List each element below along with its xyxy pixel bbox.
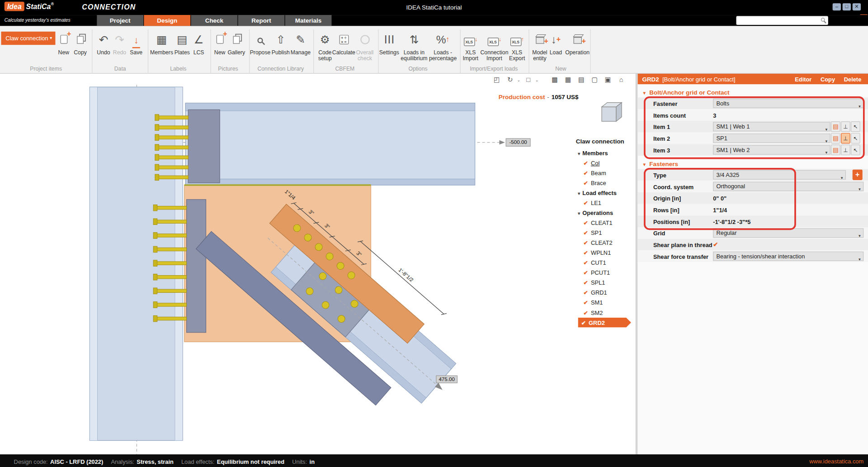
- operation-button[interactable]: Operation: [564, 30, 591, 55]
- tree-item-brace[interactable]: ✔Brace: [566, 178, 634, 188]
- tree-item-grd1[interactable]: ✔GRD1: [566, 288, 634, 298]
- chevron-down-icon[interactable]: ⌄: [535, 78, 538, 82]
- gallery-button[interactable]: Gallery: [223, 30, 250, 55]
- tree-item-spl1[interactable]: ✔SPL1: [566, 277, 634, 287]
- view-copy-button[interactable]: ▣: [603, 76, 613, 85]
- tree-item-wpln1[interactable]: ✔WPLN1: [566, 248, 634, 257]
- loads-percentage-button[interactable]: %↑ Loads - percentage: [429, 30, 458, 62]
- section-fasteners[interactable]: ▼Fasteners: [638, 159, 868, 169]
- tree-item-grd2-selected[interactable]: ✔GRD2: [578, 318, 631, 328]
- view-wireframe-button[interactable]: ▢: [590, 76, 600, 85]
- close-button[interactable]: ✕: [853, 3, 861, 10]
- fastener-dropdown[interactable]: Bolts▼: [713, 99, 863, 108]
- maximize-button[interactable]: □: [843, 3, 851, 10]
- tree-item-cleat2[interactable]: ✔CLEAT2: [566, 238, 634, 248]
- item1-dropdown[interactable]: SM1 | Web 1▼: [713, 122, 830, 131]
- tab-design[interactable]: Design: [144, 15, 190, 26]
- tree-group-load-effects[interactable]: ▾Load effects: [566, 188, 634, 198]
- editor-button[interactable]: Editor: [795, 76, 811, 82]
- group-label-data: Data: [98, 65, 142, 71]
- tree-item-sm2[interactable]: ✔SM2: [566, 308, 634, 318]
- analysis-label: Analysis:: [111, 458, 134, 465]
- check-icon[interactable]: ✔: [584, 280, 588, 286]
- website-link[interactable]: www.ideastatica.com: [809, 457, 863, 464]
- tree-item-cut1[interactable]: ✔CUT1: [566, 257, 634, 267]
- tree-item-sp1[interactable]: ✔SP1: [566, 228, 634, 238]
- group-label-connection-library: Connection Library: [247, 65, 314, 71]
- item2-plate-button[interactable]: ▤: [831, 133, 840, 143]
- item3-pick-button[interactable]: ↖: [851, 145, 860, 155]
- selected-operation-type: [Bolt/Anchor grid or Contact]: [662, 76, 786, 82]
- tree-item-col[interactable]: ✔Col: [566, 158, 634, 168]
- tree-item-cleat1[interactable]: ✔CLEAT1: [566, 218, 634, 228]
- delete-operation-button[interactable]: Delete: [844, 76, 862, 82]
- check-icon[interactable]: ✔: [584, 290, 588, 295]
- view-transparent-button[interactable]: ▤: [576, 76, 586, 85]
- ribbon-copy-item-button[interactable]: Copy: [67, 30, 94, 55]
- fit-view-button[interactable]: ◰: [491, 76, 502, 85]
- model-viewport[interactable]: 1"1/4 3" 3" 3" 1'-8"1/2: [0, 74, 636, 454]
- copy-operation-button[interactable]: Copy: [821, 76, 835, 82]
- tab-project[interactable]: Project: [97, 15, 143, 26]
- check-icon[interactable]: ✔: [584, 240, 588, 246]
- shear-plane-checkbox[interactable]: ✔: [713, 241, 718, 248]
- check-icon[interactable]: ✔: [584, 220, 588, 226]
- item3-dropdown[interactable]: SM1 | Web 2▼: [713, 145, 830, 155]
- check-icon[interactable]: ✔: [584, 160, 588, 166]
- rows-input[interactable]: 1"1/4: [713, 206, 727, 213]
- check-icon[interactable]: ✔: [584, 260, 588, 266]
- search-input[interactable]: [738, 17, 819, 24]
- bolt-type-dropdown[interactable]: 3/4 A325▼: [713, 170, 846, 180]
- clip-planes-button[interactable]: □: [523, 76, 533, 85]
- home-view-button[interactable]: ⌂: [616, 76, 627, 85]
- item1-plate-button[interactable]: ▤: [831, 121, 840, 132]
- check-icon[interactable]: ✔: [584, 300, 588, 305]
- check-icon[interactable]: ✔: [584, 230, 588, 236]
- app-window: Idea StatiCa® CONNECTION IDEA StatiCa tu…: [0, 0, 868, 467]
- check-icon[interactable]: ✔: [584, 310, 588, 315]
- units-value: in: [310, 458, 315, 465]
- manage-button[interactable]: ✎ Manage: [288, 30, 314, 55]
- check-icon[interactable]: ✔: [584, 170, 588, 176]
- tab-report[interactable]: Report: [238, 15, 285, 26]
- tree-item-le1[interactable]: ✔LE1: [566, 198, 634, 208]
- item3-plate-button[interactable]: ▤: [831, 145, 840, 155]
- origin-input[interactable]: 0" 0": [713, 195, 726, 201]
- group-label-import-export-loads: Import/Export loads: [461, 65, 527, 71]
- tree-item-beam[interactable]: ✔Beam: [566, 168, 634, 178]
- item2-pick-button[interactable]: ↖: [851, 133, 860, 143]
- view-shaded-button[interactable]: ▦: [563, 76, 573, 85]
- tab-check[interactable]: Check: [191, 15, 237, 26]
- grid-dropdown[interactable]: Regular▼: [713, 228, 863, 238]
- minimize-button[interactable]: –: [833, 3, 841, 10]
- tree-group-operations[interactable]: ▾Operations: [566, 208, 634, 218]
- view-solid-button[interactable]: ▩: [550, 76, 560, 85]
- items-count-input[interactable]: 3: [713, 112, 716, 119]
- settings-button[interactable]: ☰ Settings: [376, 30, 402, 55]
- item3-bolt-side-button[interactable]: ⊥: [841, 145, 850, 155]
- check-icon[interactable]: ✔: [584, 180, 588, 186]
- tree-group-members[interactable]: ▾Members: [566, 148, 634, 158]
- tab-materials[interactable]: Materials: [285, 15, 332, 26]
- tree-item-sm1[interactable]: ✔SM1: [566, 298, 634, 308]
- shear-force-transfer-dropdown[interactable]: Bearing - tension/shear interaction▼: [713, 252, 863, 261]
- tree-item-pcut1[interactable]: ✔PCUT1: [566, 267, 634, 277]
- view-cube[interactable]: [602, 103, 622, 122]
- orbit-button[interactable]: ↻: [505, 76, 515, 85]
- loads-in-equilibrium-button[interactable]: ⇅ Loads in equilibrium: [400, 30, 429, 62]
- add-bolt-type-button[interactable]: +: [853, 170, 863, 180]
- chevron-down-icon[interactable]: ⌄: [517, 78, 520, 82]
- item1-bolt-side-button[interactable]: ⊥: [841, 121, 850, 132]
- item1-pick-button[interactable]: ↖: [851, 121, 860, 132]
- item2-bolt-side-button[interactable]: ⊥: [841, 133, 850, 143]
- item2-dropdown[interactable]: SP1▼: [713, 133, 830, 143]
- check-icon[interactable]: ✔: [584, 250, 588, 256]
- coord-system-dropdown[interactable]: Orthogonal▼: [713, 182, 863, 191]
- check-icon[interactable]: ✔: [584, 270, 588, 276]
- save-button[interactable]: ↓ Save: [123, 30, 150, 55]
- check-icon[interactable]: ✔: [584, 200, 588, 206]
- check-icon[interactable]: ✔: [581, 319, 586, 325]
- positions-input[interactable]: -1'-8"1/2 -3"*5: [713, 218, 750, 225]
- connection-selector-button[interactable]: Claw connection▾: [1, 32, 55, 45]
- section-bolt-anchor-grid[interactable]: ▼Bolt/Anchor grid or Contact: [638, 87, 868, 97]
